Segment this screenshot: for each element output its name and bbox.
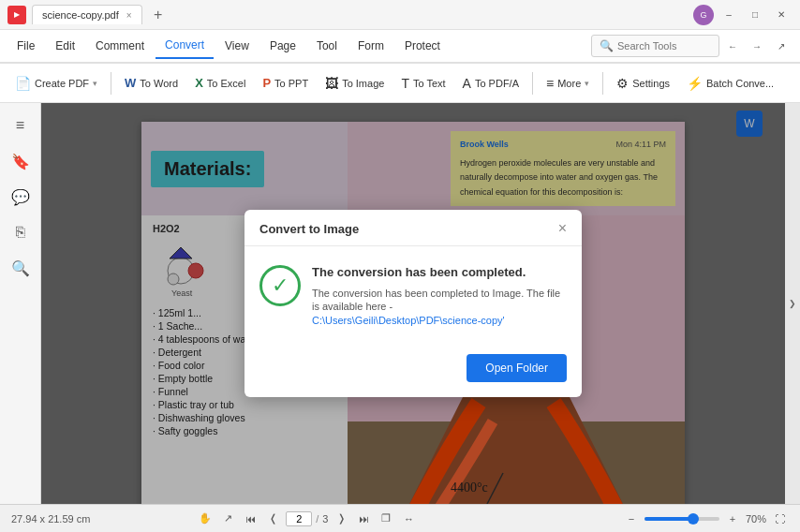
to-ppt-button[interactable]: P To PPT: [255, 71, 316, 95]
fit-page-button[interactable]: ❐: [377, 510, 395, 528]
restore-button[interactable]: □: [744, 4, 766, 26]
to-text-button[interactable]: T To Text: [393, 71, 452, 96]
dialog-body: ✓ The conversion has been completed. The…: [244, 246, 582, 345]
to-text-label: To Text: [413, 78, 446, 89]
menu-bar: File Edit Comment Convert View Page Tool…: [0, 30, 800, 64]
last-page-button[interactable]: ⏭: [354, 510, 373, 528]
menu-convert[interactable]: Convert: [156, 33, 214, 59]
settings-icon: ⚙: [616, 76, 629, 91]
create-pdf-icon: 📄: [15, 76, 31, 91]
create-pdf-label: Create PDF: [35, 78, 89, 89]
more-button[interactable]: ≡ More: [539, 71, 597, 96]
sidebar-bookmark-icon[interactable]: 🔖: [6, 146, 36, 176]
to-pdfa-icon: A: [463, 76, 471, 91]
title-bar-right: G – □ ✕: [693, 4, 793, 26]
to-excel-button[interactable]: X To Excel: [187, 71, 253, 95]
batch-convert-button[interactable]: ⚡ Batch Conve...: [679, 71, 781, 96]
menu-file[interactable]: File: [7, 34, 44, 58]
sidebar-pages-icon[interactable]: ⎘: [6, 217, 36, 247]
settings-button[interactable]: ⚙ Settings: [609, 71, 677, 96]
app-icon: [7, 6, 26, 24]
to-image-icon: 🖼: [325, 76, 338, 91]
convert-to-image-dialog: Convert to Image × ✓ The conversion has …: [244, 210, 582, 397]
toolbar-separator-3: [602, 72, 603, 95]
external-link-button[interactable]: ↗: [770, 35, 793, 57]
select-tool-button[interactable]: ↗: [218, 510, 237, 528]
tab-close-button[interactable]: ×: [126, 10, 132, 21]
menu-protect[interactable]: Protect: [395, 34, 450, 58]
settings-label: Settings: [632, 78, 670, 89]
menu-edit[interactable]: Edit: [46, 34, 84, 58]
to-ppt-icon: P: [262, 76, 271, 90]
page-navigation: ✋ ↗ ⏮ ❬ / 3 ❭ ⏭ ❐ ↔: [196, 510, 418, 528]
menu-form[interactable]: Form: [348, 34, 393, 58]
search-tools-input[interactable]: [617, 40, 711, 52]
more-label: More: [557, 78, 581, 89]
open-folder-button[interactable]: Open Folder: [467, 354, 567, 382]
create-pdf-button[interactable]: 📄 Create PDF: [7, 71, 105, 96]
dialog-file-path: C:\Users\Geili\Desktop\PDF\science-copy': [312, 315, 567, 326]
batch-label: Batch Conve...: [706, 78, 774, 89]
sidebar-search-icon[interactable]: 🔍: [6, 253, 36, 283]
current-page-input[interactable]: [286, 511, 312, 526]
menu-view[interactable]: View: [215, 34, 259, 58]
zoom-out-button[interactable]: −: [622, 510, 641, 528]
next-page-button[interactable]: ❭: [332, 510, 350, 528]
profile-avatar[interactable]: G: [693, 5, 714, 25]
minimize-button[interactable]: –: [718, 4, 740, 26]
zoom-slider-fill: [644, 517, 691, 521]
success-icon: ✓: [259, 265, 301, 306]
dialog-main-message: The conversion has been completed.: [312, 265, 567, 279]
to-image-label: To Image: [342, 78, 384, 89]
forward-button[interactable]: →: [746, 35, 768, 57]
main-area: ≡ 🔖 💬 ⎘ 🔍 W Materials:: [0, 103, 800, 504]
menu-page[interactable]: Page: [260, 34, 305, 58]
menu-comment[interactable]: Comment: [86, 34, 154, 58]
dialog-header: Convert to Image ×: [244, 210, 582, 246]
search-icon: 🔍: [600, 39, 614, 52]
to-image-button[interactable]: 🖼 To Image: [318, 71, 392, 96]
pdf-viewer: W Materials: Brook Wells Mon 4:11 PM: [41, 103, 785, 504]
zoom-in-button[interactable]: +: [723, 510, 742, 528]
new-tab-button[interactable]: +: [148, 5, 169, 25]
window-close-button[interactable]: ✕: [770, 4, 793, 26]
app-tab[interactable]: science-copy.pdf ×: [32, 5, 142, 24]
title-bar-left: science-copy.pdf × +: [7, 5, 693, 25]
zoom-slider-thumb[interactable]: [688, 513, 699, 525]
to-pdfa-button[interactable]: A To PDF/A: [455, 71, 526, 96]
sidebar-comment-icon[interactable]: 💬: [6, 182, 36, 212]
tab-label: science-copy.pdf: [42, 9, 119, 21]
search-tools-area: 🔍: [591, 35, 719, 57]
prev-page-button[interactable]: ❬: [263, 510, 282, 528]
right-sidebar-collapse[interactable]: ❯: [785, 103, 800, 504]
page-size-label: 27.94 x 21.59 cm: [11, 513, 90, 525]
hand-tool-button[interactable]: ✋: [196, 510, 215, 528]
status-bar: 27.94 x 21.59 cm ✋ ↗ ⏮ ❬ / 3 ❭ ⏭ ❐ ↔ − +…: [0, 504, 800, 532]
to-excel-label: To Excel: [207, 78, 246, 89]
dialog-sub-message: The conversion has been completed to Ima…: [312, 287, 567, 326]
to-word-label: To Word: [140, 78, 178, 89]
fullscreen-button[interactable]: ⛶: [770, 510, 789, 528]
to-ppt-label: To PPT: [274, 78, 308, 89]
dialog-close-button[interactable]: ×: [558, 221, 567, 236]
dialog-footer: Open Folder: [244, 345, 582, 397]
to-pdfa-label: To PDF/A: [475, 78, 519, 89]
page-separator: /: [316, 513, 319, 525]
first-page-button[interactable]: ⏮: [241, 510, 259, 528]
sidebar-panels-icon[interactable]: ≡: [6, 111, 36, 140]
back-button[interactable]: ←: [721, 35, 744, 57]
to-word-icon: W: [125, 76, 136, 90]
dialog-text-content: The conversion has been completed. The c…: [312, 265, 567, 326]
zoom-percent-label: 70%: [746, 513, 766, 525]
dialog-overlay: Convert to Image × ✓ The conversion has …: [41, 103, 785, 504]
total-pages: 3: [322, 513, 328, 525]
left-sidebar: ≡ 🔖 💬 ⎘ 🔍: [0, 103, 41, 504]
to-word-button[interactable]: W To Word: [117, 71, 185, 95]
dialog-sub-text: The conversion has been completed to Ima…: [312, 288, 560, 312]
toolbar: 📄 Create PDF W To Word X To Excel P To P…: [0, 64, 800, 103]
toolbar-separator-1: [111, 72, 111, 95]
dialog-title: Convert to Image: [259, 222, 359, 236]
menu-tool[interactable]: Tool: [307, 34, 347, 58]
fit-width-button[interactable]: ↔: [399, 510, 418, 528]
zoom-slider-track[interactable]: [644, 517, 719, 521]
